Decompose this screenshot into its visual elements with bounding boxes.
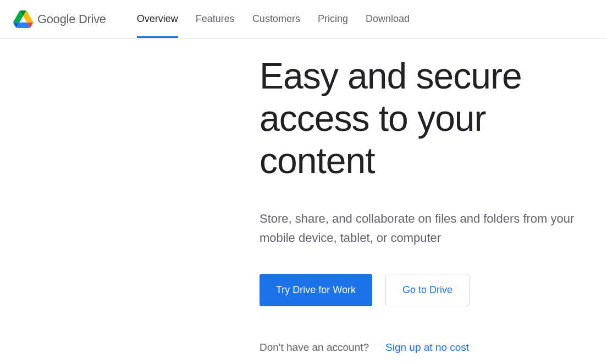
main-content: Easy and secure access to your content S… (0, 38, 607, 354)
nav: Overview Features Customers Pricing Down… (137, 0, 410, 38)
nav-download[interactable]: Download (366, 0, 410, 38)
nav-features[interactable]: Features (196, 0, 235, 38)
signup-prompt: Don't have an account? (260, 341, 369, 354)
hero-subtitle: Store, share, and collaborate on files a… (260, 209, 594, 247)
go-to-drive-button[interactable]: Go to Drive (385, 274, 470, 306)
nav-customers[interactable]: Customers (252, 0, 300, 38)
hero-title: Easy and secure access to your content (260, 55, 594, 183)
try-drive-work-button[interactable]: Try Drive for Work (260, 274, 372, 306)
header: Google Drive Overview Features Customers… (0, 0, 607, 38)
signup-link[interactable]: Sign up at no cost (385, 341, 469, 354)
logo-text: Google Drive (37, 12, 106, 26)
signup-row: Don't have an account? Sign up at no cos… (260, 341, 594, 354)
nav-overview[interactable]: Overview (137, 0, 178, 38)
nav-pricing[interactable]: Pricing (318, 0, 348, 38)
logo[interactable]: Google Drive (13, 10, 106, 28)
drive-icon (13, 10, 33, 28)
cta-row: Try Drive for Work Go to Drive (260, 274, 594, 306)
